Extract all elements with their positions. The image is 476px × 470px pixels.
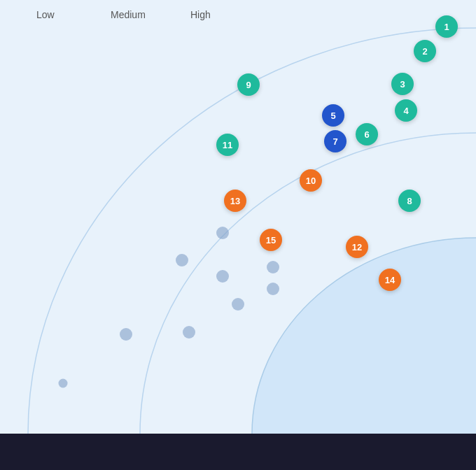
dot-g7[interactable] (183, 326, 195, 339)
dot-1[interactable]: 1 (435, 15, 458, 38)
scatter-chart: Low Medium High 123456789101112131415 (0, 0, 476, 434)
dot-g5[interactable] (267, 283, 279, 295)
dot-11[interactable]: 11 (216, 134, 239, 156)
dot-13[interactable]: 13 (224, 190, 246, 212)
dot-15[interactable]: 15 (260, 229, 282, 251)
dot-6[interactable]: 6 (356, 123, 378, 145)
dot-3[interactable]: 3 (391, 73, 414, 95)
svg-point-2 (252, 238, 476, 434)
dot-g4[interactable] (267, 261, 279, 273)
dot-2[interactable]: 2 (414, 40, 436, 62)
axis-label-low: Low (36, 9, 55, 20)
axis-label-medium: Medium (111, 9, 146, 20)
dot-10[interactable]: 10 (300, 169, 322, 192)
dot-g8[interactable] (120, 328, 132, 341)
dot-7[interactable]: 7 (324, 130, 346, 152)
dot-g3[interactable] (216, 270, 229, 283)
dot-g2[interactable] (176, 254, 188, 266)
dot-8[interactable]: 8 (398, 190, 421, 212)
axis-label-high: High (190, 9, 211, 20)
dot-12[interactable]: 12 (346, 236, 368, 258)
dot-14[interactable]: 14 (379, 269, 401, 291)
dot-g6[interactable] (232, 298, 244, 311)
dot-4[interactable]: 4 (395, 99, 417, 122)
dot-5[interactable]: 5 (322, 104, 344, 127)
dot-g9[interactable] (59, 379, 68, 388)
dot-g1[interactable] (216, 227, 229, 239)
bottom-bar (0, 434, 476, 470)
dot-9[interactable]: 9 (237, 73, 260, 96)
